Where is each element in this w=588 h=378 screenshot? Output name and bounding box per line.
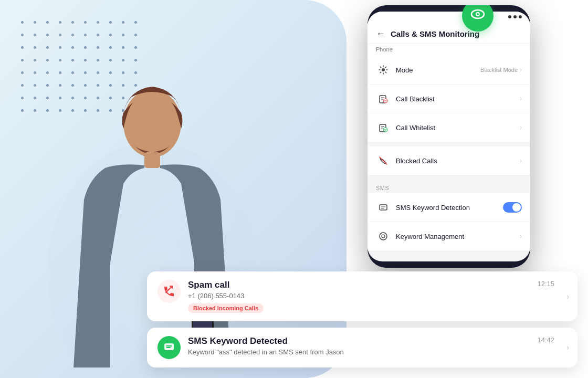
- svg-rect-2: [144, 152, 160, 168]
- call-blacklist-label: Call Blacklist: [396, 95, 520, 103]
- mode-icon: [376, 62, 391, 77]
- sms-section-divider: [368, 175, 530, 180]
- sms-keyword-label: SMS Keyword Detection: [396, 204, 503, 212]
- phone-section-subtitle: Phone: [368, 44, 530, 56]
- spam-call-icon-wrap: [158, 280, 181, 303]
- phone-title: Calls & SMS Monitoring: [391, 29, 479, 38]
- svg-point-22: [382, 235, 385, 238]
- svg-line-19: [380, 157, 387, 164]
- call-whitelist-icon: [376, 120, 391, 135]
- phone-mockup: ← Calls & SMS Monitoring Phone Mode Blac…: [368, 5, 530, 268]
- keyword-mgmt-icon: [376, 229, 391, 244]
- spam-call-content: Spam call +1 (206) 555-0143 Blocked Inco…: [188, 280, 567, 313]
- spam-call-card[interactable]: Spam call +1 (206) 555-0143 Blocked Inco…: [147, 271, 578, 321]
- sms-keyword-desc: Keyword "ass" detected in an SMS sent fr…: [188, 348, 567, 356]
- sms-keyword-card-title: SMS Keyword Detected: [188, 336, 567, 346]
- svg-point-18: [383, 128, 387, 132]
- call-whitelist-label: Call Whitelist: [396, 124, 520, 132]
- mode-right: Blacklist Mode ›: [480, 66, 522, 74]
- sms-keyword-card[interactable]: SMS Keyword Detected Keyword "ass" detec…: [147, 328, 578, 368]
- menu-item-call-blacklist[interactable]: Call Blacklist ›: [368, 85, 530, 113]
- spam-call-chevron[interactable]: ›: [566, 292, 569, 301]
- spam-call-number: +1 (206) 555-0143: [188, 292, 567, 300]
- keyword-mgmt-chevron: ›: [520, 233, 522, 240]
- keyword-mgmt-label: Keyword Management: [396, 233, 520, 240]
- mode-label: Mode: [396, 66, 480, 74]
- phone-statusbar: [368, 12, 530, 22]
- mode-chevron: ›: [520, 66, 522, 74]
- spam-call-title: Spam call: [188, 280, 567, 290]
- menu-item-mode[interactable]: Mode Blacklist Mode ›: [368, 56, 530, 85]
- svg-point-21: [380, 233, 387, 240]
- menu-item-sms-keyword[interactable]: SMS Keyword Detection: [368, 193, 530, 222]
- svg-point-8: [477, 13, 479, 15]
- phone-header: ← Calls & SMS Monitoring: [368, 22, 530, 44]
- eye-icon: [470, 7, 485, 25]
- sms-keyword-toggle[interactable]: [503, 202, 522, 213]
- sms-keyword-chevron[interactable]: ›: [566, 343, 569, 352]
- call-blacklist-icon: [376, 91, 391, 106]
- menu-section-phone: Mode Blacklist Mode › Call: [368, 56, 530, 142]
- sms-keyword-icon-wrap: [158, 336, 181, 359]
- blocked-calls-label: Blocked Calls: [396, 157, 520, 165]
- svg-point-1: [123, 89, 181, 158]
- blocked-calls-chevron: ›: [520, 157, 522, 164]
- blocked-calls-icon: [376, 153, 391, 168]
- svg-point-9: [382, 68, 385, 71]
- menu-item-keyword-mgmt[interactable]: Keyword Management ›: [368, 222, 530, 251]
- section-divider: [368, 142, 530, 146]
- notification-cards: Spam call +1 (206) 555-0143 Blocked Inco…: [147, 271, 578, 368]
- menu-item-call-whitelist[interactable]: Call Whitelist ›: [368, 113, 530, 142]
- menu-item-blocked-calls[interactable]: Blocked Calls ›: [368, 146, 530, 175]
- spam-call-time: 12:15: [537, 280, 554, 288]
- call-blacklist-chevron: ›: [520, 95, 522, 102]
- sms-keyword-content: SMS Keyword Detected Keyword "ass" detec…: [188, 336, 567, 359]
- call-whitelist-chevron: ›: [520, 124, 522, 131]
- phone-screen: ← Calls & SMS Monitoring Phone Mode Blac…: [368, 12, 530, 261]
- sms-keyword-icon: [376, 200, 391, 215]
- sms-section-label: SMS: [368, 180, 530, 193]
- sms-keyword-time: 14:42: [537, 336, 554, 344]
- back-button[interactable]: ←: [376, 28, 385, 39]
- spam-call-badge: Blocked Incoming Calls: [188, 303, 264, 313]
- svg-rect-20: [380, 205, 387, 210]
